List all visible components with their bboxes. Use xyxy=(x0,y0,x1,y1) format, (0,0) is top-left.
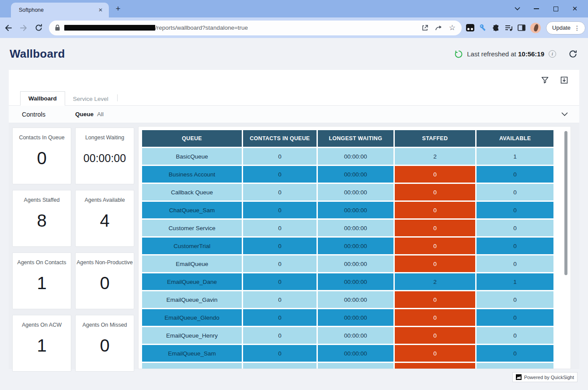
cell-longest-waiting: 00:00:00 xyxy=(318,255,393,272)
tab-wallboard[interactable]: Wallboard xyxy=(20,91,65,106)
kpi-value: 1 xyxy=(37,328,46,371)
sheet-tabbar: Wallboard Service Level xyxy=(9,90,579,106)
reload-icon[interactable] xyxy=(32,21,45,35)
table-row[interactable]: Customer Service000:00:0000 xyxy=(142,220,553,236)
new-tab-button[interactable]: + xyxy=(113,4,123,14)
cell-queue: EmailQueue_T xyxy=(142,363,242,369)
cell-queue: BasicQueue xyxy=(142,148,242,165)
table-row[interactable]: EmailQueue_Glendo000:00:0000 xyxy=(142,309,553,326)
share-icon[interactable] xyxy=(435,24,442,31)
update-button-label: Update xyxy=(552,24,571,31)
cell-queue: Business Account xyxy=(142,166,242,183)
controls-collapse-chevron-icon[interactable] xyxy=(561,112,568,116)
cell-contacts-in-queue: 0 xyxy=(243,345,317,362)
extensions-puzzle-icon[interactable] xyxy=(492,24,500,32)
info-icon[interactable]: i xyxy=(549,50,556,58)
cell-contacts-in-queue: 0 xyxy=(243,309,317,326)
refresh-status: Last refreshed at 10:56:19 i xyxy=(455,49,578,59)
table-row[interactable]: EmailQueue_Dane000:00:0021 xyxy=(142,273,553,290)
table-row[interactable]: EmailQueue_Henry000:00:0000 xyxy=(142,327,553,344)
window-close-button[interactable]: ✕ xyxy=(565,0,585,17)
omnibox-actions: ☆ xyxy=(421,24,456,31)
cell-staffed: 0 xyxy=(395,238,476,254)
minimize-button[interactable] xyxy=(527,0,546,17)
cell-contacts-in-queue: 0 xyxy=(243,166,317,183)
table-row[interactable]: ChatQueue_Sam000:00:0000 xyxy=(142,202,553,218)
browser-menu-kebab-icon[interactable]: ⋮ xyxy=(572,24,582,31)
export-icon[interactable] xyxy=(560,76,568,84)
address-bar[interactable]: /reports/wallboard?standalone=true ☆ xyxy=(49,21,462,35)
maximize-button[interactable] xyxy=(546,0,565,17)
cell-available: 0 xyxy=(477,184,553,200)
table-row[interactable]: EmailQueue000:00:0000 xyxy=(142,255,553,272)
forward-icon[interactable] xyxy=(17,21,31,35)
cell-longest-waiting: 00:00:00 xyxy=(318,148,393,165)
table-row[interactable]: Business Account000:00:0000 xyxy=(142,166,553,183)
kpi-card: Agents On ACW1 xyxy=(12,315,71,372)
kpi-card: Agents Staffed8 xyxy=(12,190,71,247)
cell-available: 1 xyxy=(477,148,553,165)
cell-available: 1 xyxy=(477,273,553,290)
cell-contacts-in-queue: 0 xyxy=(243,363,317,369)
queue-filter-value[interactable]: All xyxy=(97,111,104,117)
cell-staffed: 2 xyxy=(395,148,476,165)
side-panel-icon[interactable] xyxy=(518,24,525,31)
cell-longest-waiting: 00:00:00 xyxy=(318,363,393,369)
cell-staffed: 0 xyxy=(395,291,476,308)
table-row[interactable]: CustomerTrial000:00:0000 xyxy=(142,238,553,254)
cell-staffed: 0 xyxy=(395,166,476,183)
back-icon[interactable] xyxy=(2,21,15,35)
column-header-contacts-in-queue[interactable]: CONTACTS IN QUEUE xyxy=(243,130,317,147)
update-button[interactable]: Update ⋮ xyxy=(546,21,585,35)
kpi-label: Agents Non-Productive xyxy=(75,259,134,266)
queue-filter-label[interactable]: Queue xyxy=(75,111,94,117)
kpi-value: 4 xyxy=(100,203,109,246)
queue-table-panel: QUEUECONTACTS IN QUEUELONGEST WAITINGSTA… xyxy=(138,126,571,369)
open-in-new-icon[interactable] xyxy=(421,24,428,31)
cell-longest-waiting: 00:00:00 xyxy=(318,184,393,200)
filter-icon[interactable] xyxy=(541,76,549,84)
table-row[interactable]: EmailQueue_T000:00:0000 xyxy=(142,363,553,369)
key-extension-icon[interactable] xyxy=(479,24,487,32)
kpi-card: Agents On Missed0 xyxy=(75,315,134,372)
column-header-longest-waiting[interactable]: LONGEST WAITING xyxy=(318,130,393,147)
page-header: Wallboard Last refreshed at 10:56:19 i xyxy=(0,38,588,70)
table-scrollbar[interactable] xyxy=(564,131,567,275)
extensions-strip xyxy=(466,23,541,33)
browser-tab[interactable]: Softphone ✕ xyxy=(11,3,109,17)
queue-table: QUEUECONTACTS IN QUEUELONGEST WAITINGSTA… xyxy=(142,130,553,369)
table-row[interactable]: Callback Queue000:00:0000 xyxy=(142,184,553,200)
dark-extension-icon[interactable] xyxy=(466,24,474,31)
cell-available: 0 xyxy=(477,291,553,308)
refresh-button[interactable] xyxy=(568,49,578,59)
tab-search-chevron-icon[interactable] xyxy=(508,0,527,17)
bookmark-star-icon[interactable]: ☆ xyxy=(449,24,456,31)
refresh-timer-icon xyxy=(455,50,463,58)
column-header-queue[interactable]: QUEUE xyxy=(142,130,242,147)
column-header-available[interactable]: AVAILABLE xyxy=(477,130,553,147)
kpi-value: 00:00:00 xyxy=(84,141,126,184)
table-row[interactable]: EmailQueue_Gavin000:00:0000 xyxy=(142,291,553,308)
column-header-staffed[interactable]: STAFFED xyxy=(395,130,476,147)
cell-available: 0 xyxy=(477,166,553,183)
kpi-value: 8 xyxy=(37,203,46,246)
cell-queue: CustomerTrial xyxy=(142,238,242,254)
cell-longest-waiting: 00:00:00 xyxy=(318,238,393,254)
cell-staffed: 0 xyxy=(395,220,476,236)
cell-queue: EmailQueue_Gavin xyxy=(142,291,242,308)
table-row[interactable]: BasicQueue000:00:0021 xyxy=(142,148,553,165)
kpi-label: Contacts In Queue xyxy=(17,135,66,141)
cell-contacts-in-queue: 0 xyxy=(243,220,317,236)
cell-available: 0 xyxy=(477,309,553,326)
cell-longest-waiting: 00:00:00 xyxy=(318,327,393,344)
browser-toolbar: /reports/wallboard?standalone=true ☆ Upd… xyxy=(0,17,588,38)
tab-service-level[interactable]: Service Level xyxy=(65,92,116,106)
dashboard-content: Contacts In Queue0Longest Waiting00:00:0… xyxy=(9,123,579,369)
table-row[interactable]: EmailQueue_Sam000:00:0000 xyxy=(142,345,553,362)
playlist-extension-icon[interactable] xyxy=(505,24,513,31)
profile-avatar[interactable] xyxy=(530,23,541,33)
tab-close-icon[interactable]: ✕ xyxy=(97,6,104,14)
kpi-card: Agents Available4 xyxy=(75,190,134,247)
browser-titlebar: Softphone ✕ + ✕ xyxy=(0,0,588,17)
table-header-row: QUEUECONTACTS IN QUEUELONGEST WAITINGSTA… xyxy=(142,130,553,147)
